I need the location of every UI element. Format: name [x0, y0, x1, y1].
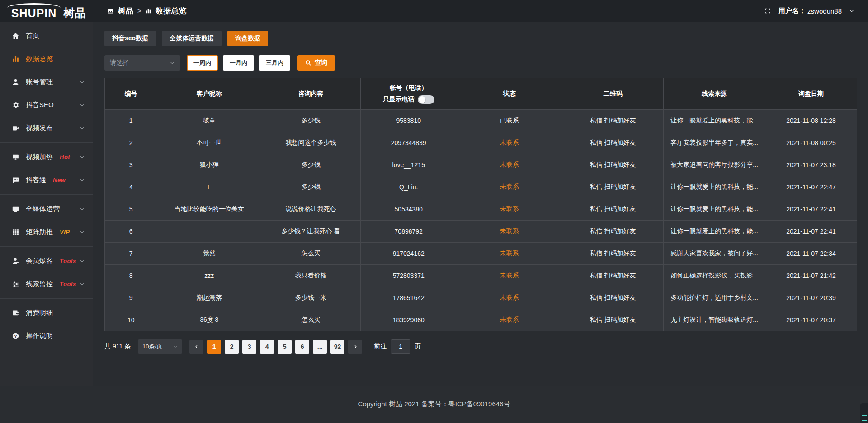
home-icon — [12, 32, 19, 40]
username-value[interactable]: zswodun88 — [807, 7, 842, 15]
sidebar-item-video-heating[interactable]: 视频加热 Hot — [0, 146, 93, 169]
qr-links[interactable]: 私信 扫码加好友 — [562, 132, 664, 154]
source-link[interactable]: 让你一眼就爱上的黑科技，能... — [664, 110, 765, 132]
page-size-select[interactable]: 10条/页 — [138, 339, 182, 354]
source-link[interactable]: 让你一眼就爱上的黑科技，能... — [664, 176, 765, 198]
page-button-3[interactable]: 3 — [242, 340, 256, 354]
source-link[interactable]: 感谢大家喜欢我家，被问了好... — [664, 243, 765, 265]
inquiry-table: 编号 客户昵称 咨询内容 帐号（电话） 只显示电话 状态 二维码 线索来源 询盘… — [104, 78, 857, 331]
range-quarter-button[interactable]: 三月内 — [259, 55, 290, 70]
new-badge: New — [53, 177, 66, 183]
logo-text-cn: 树品 — [63, 7, 86, 19]
table-row: 8 zzz 我只看价格 572803371 未联系 私信 扫码加好友 如何正确选… — [105, 265, 857, 287]
copyright-text: Copyright 树品 2021 备案号：粤ICP备09019646号 — [358, 400, 510, 409]
qr-links[interactable]: 私信 扫码加好友 — [562, 309, 664, 331]
wallet-icon — [12, 309, 19, 317]
page-button-5[interactable]: 5 — [278, 340, 292, 354]
breadcrumb-home[interactable]: 树品 — [118, 6, 133, 16]
sidebar-divider — [0, 194, 93, 195]
sidebar-item-matrix-boost[interactable]: 矩阵助推 VIP — [0, 221, 93, 244]
source-link[interactable]: 如何正确选择投影仪，买投影... — [664, 265, 765, 287]
sidebar-item-omnimedia-operation[interactable]: 全媒体运营 — [0, 197, 93, 221]
breadcrumb: 树品 > 数据总览 — [107, 6, 186, 16]
chevron-down-icon — [80, 282, 85, 287]
sidebar-item-douyin-seo[interactable]: 抖音SEO — [0, 94, 93, 117]
source-link[interactable]: 被大家追着问的客厅投影分享... — [664, 154, 765, 176]
source-link[interactable]: 让你一眼就爱上的黑科技，能... — [664, 221, 765, 243]
query-button[interactable]: 查询 — [297, 55, 335, 70]
range-month-button[interactable]: 一月内 — [223, 55, 254, 70]
chevron-down-icon — [170, 60, 175, 66]
grid-icon — [12, 228, 19, 236]
sidebar-item-data-overview[interactable]: 数据总览 — [0, 47, 93, 70]
user-icon — [12, 78, 19, 86]
chevron-down-icon[interactable] — [849, 8, 854, 14]
sidebar-item-home[interactable]: 首页 — [0, 24, 93, 47]
chevron-down-icon — [80, 103, 85, 108]
qr-links[interactable]: 私信 扫码加好友 — [562, 243, 664, 265]
fullscreen-icon[interactable] — [764, 7, 771, 14]
page-button-1[interactable]: 1 — [207, 340, 221, 354]
col-date: 询盘日期 — [765, 78, 857, 110]
chevron-down-icon — [80, 178, 85, 183]
page-button-4[interactable]: 4 — [260, 340, 274, 354]
source-link[interactable]: 客厅安装投影半年多了，真实... — [664, 132, 765, 154]
topbar: SHUPIN 树品 树品 > 数据总览 用户名： zswodun88 — [0, 0, 868, 22]
qr-links[interactable]: 私信 扫码加好友 — [562, 265, 664, 287]
sidebar-item-account-management[interactable]: 账号管理 — [0, 70, 93, 94]
page-ellipsis-button[interactable]: ... — [313, 340, 327, 354]
sidebar-item-doukentong[interactable]: 抖客通 New — [0, 169, 93, 192]
col-content: 咨询内容 — [261, 78, 361, 110]
col-nickname: 客户昵称 — [157, 78, 261, 110]
breadcrumb-current: 数据总览 — [156, 6, 186, 16]
app-logo[interactable]: SHUPIN 树品 — [0, 3, 93, 19]
sidebar-item-consumption-details[interactable]: 消费明细 — [0, 301, 93, 324]
sidebar-divider — [0, 246, 93, 247]
sliders-icon — [12, 280, 19, 288]
floating-widget[interactable] — [860, 403, 868, 423]
sidebar: 首页 数据总览 账号管理 抖音SEO 视频发布 视频加热 Hot — [0, 22, 93, 386]
question-circle-icon: ? — [12, 332, 19, 340]
source-link[interactable]: 多功能护栏灯，适用于乡村文... — [664, 287, 765, 309]
sidebar-item-video-publish[interactable]: 视频发布 — [0, 117, 93, 140]
qr-links[interactable]: 私信 扫码加好友 — [562, 287, 664, 309]
account-select[interactable]: 请选择 — [104, 55, 180, 70]
status-badge: 未联系 — [457, 176, 562, 198]
page-button-92[interactable]: 92 — [330, 340, 344, 354]
sidebar-item-instructions[interactable]: ? 操作说明 — [0, 324, 93, 348]
sidebar-item-member-burst[interactable]: 会员爆客 Tools — [0, 249, 93, 273]
qr-links[interactable]: 私信 扫码加好友 — [562, 198, 664, 221]
phone-only-toggle[interactable] — [418, 95, 434, 104]
sidebar-divider — [0, 298, 93, 299]
tab-omnimedia-data[interactable]: 全媒体运营数据 — [162, 31, 222, 46]
status-badge: 已联系 — [457, 110, 562, 132]
prev-page-button[interactable] — [189, 340, 203, 354]
qr-links[interactable]: 私信 扫码加好友 — [562, 154, 664, 176]
svg-text:?: ? — [14, 334, 17, 338]
tools-badge: Tools — [60, 281, 76, 287]
user-star-icon — [12, 257, 19, 265]
tab-inquiry-data[interactable]: 询盘数据 — [227, 31, 268, 46]
status-badge: 未联系 — [457, 309, 562, 331]
footer: Copyright 树品 2021 备案号：粤ICP备09019646号 — [0, 386, 868, 423]
sidebar-item-lead-monitor[interactable]: 线索监控 Tools — [0, 273, 93, 296]
next-page-button[interactable] — [348, 340, 362, 354]
col-account: 帐号（电话） 只显示电话 — [360, 78, 457, 110]
page-button-6[interactable]: 6 — [295, 340, 309, 354]
screen-icon — [12, 153, 19, 161]
qr-links[interactable]: 私信 扫码加好友 — [562, 176, 664, 198]
goto-page-input[interactable] — [391, 339, 410, 354]
table-row: 6 多少钱？让我死心 看 70898792 未联系 私信 扫码加好友 让你一眼就… — [105, 221, 857, 243]
table-header-row: 编号 客户昵称 咨询内容 帐号（电话） 只显示电话 状态 二维码 线索来源 询盘… — [105, 78, 857, 110]
range-week-button[interactable]: 一周内 — [187, 55, 218, 70]
source-link[interactable]: 无主灯设计，智能磁吸轨道灯... — [664, 309, 765, 331]
qr-links[interactable]: 私信 扫码加好友 — [562, 221, 664, 243]
qr-links[interactable]: 私信 扫码加好友 — [562, 110, 664, 132]
page-button-2[interactable]: 2 — [225, 340, 239, 354]
col-source: 线索来源 — [664, 78, 765, 110]
search-icon — [305, 60, 311, 66]
comment-icon — [12, 176, 19, 184]
total-count: 共 911 条 — [104, 343, 131, 351]
tab-douyin-seo-data[interactable]: 抖音seo数据 — [104, 31, 156, 46]
source-link[interactable]: 让你一眼就爱上的黑科技，能... — [664, 198, 765, 221]
